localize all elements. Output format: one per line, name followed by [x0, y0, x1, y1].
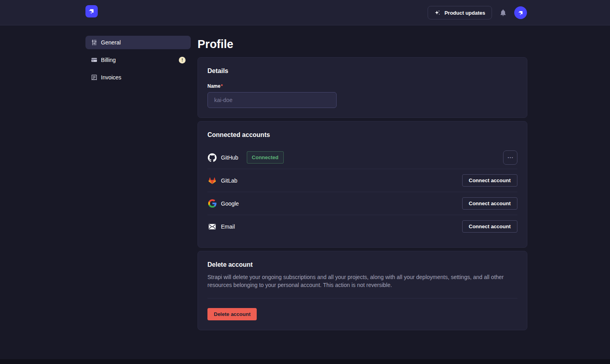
page-title: Profile	[198, 37, 527, 51]
user-avatar[interactable]	[514, 6, 527, 19]
bell-icon	[499, 9, 507, 17]
strapi-logo-icon	[88, 8, 95, 15]
sliders-icon	[91, 39, 97, 46]
google-icon	[207, 199, 217, 208]
required-marker: *	[221, 83, 223, 89]
name-input[interactable]	[207, 92, 337, 108]
settings-sidebar: General Billing ! Invoices	[85, 36, 191, 88]
connected-accounts-card: Connected accounts GitHub Connected ⋯	[198, 121, 527, 248]
receipt-icon	[91, 74, 97, 81]
divider	[207, 298, 517, 299]
sparkles-icon	[434, 10, 441, 16]
delete-account-heading: Delete account	[207, 261, 517, 268]
sidebar-item-general[interactable]: General	[85, 36, 191, 49]
strapi-logo[interactable]	[85, 5, 98, 17]
gitlab-connect-button[interactable]: Connect account	[462, 174, 517, 187]
provider-name: Google	[221, 200, 239, 207]
email-connect-button[interactable]: Connect account	[462, 220, 517, 233]
sidebar-item-label: Billing	[101, 57, 116, 63]
github-more-button[interactable]: ⋯	[503, 150, 517, 165]
details-heading: Details	[207, 67, 517, 75]
account-row-email: Email Connect account	[207, 215, 517, 238]
topbar-actions: Product updates	[428, 0, 527, 25]
sidebar-item-invoices[interactable]: Invoices	[85, 71, 191, 84]
name-field-label: Name*	[207, 83, 517, 89]
notifications-button[interactable]	[499, 8, 507, 17]
sidebar-item-label: General	[101, 39, 121, 46]
github-icon	[207, 153, 217, 162]
provider-name: Email	[221, 223, 235, 230]
provider-name: GitLab	[221, 177, 237, 184]
details-card: Details Name*	[198, 57, 527, 118]
connected-accounts-heading: Connected accounts	[207, 131, 517, 139]
google-connect-button[interactable]: Connect account	[462, 197, 517, 210]
account-row-google: Google Connect account	[207, 192, 517, 215]
topbar: Product updates	[0, 0, 610, 25]
product-updates-button[interactable]: Product updates	[428, 6, 492, 19]
strapi-logo-icon	[517, 10, 524, 16]
product-updates-label: Product updates	[444, 10, 485, 16]
sidebar-item-billing[interactable]: Billing !	[85, 53, 191, 67]
email-icon	[207, 222, 217, 231]
main-content: Profile Details Name* Connected accounts…	[198, 25, 527, 330]
account-row-gitlab: GitLab Connect account	[207, 169, 517, 192]
delete-account-description: Strapi will delete your ongoing subscrip…	[207, 273, 517, 289]
provider-name: GitHub	[221, 154, 238, 161]
delete-account-card: Delete account Strapi will delete your o…	[198, 251, 527, 330]
sidebar-item-label: Invoices	[101, 74, 121, 81]
gitlab-icon	[207, 176, 217, 185]
bottom-edge	[0, 359, 610, 364]
credit-card-icon	[91, 57, 97, 64]
account-row-github: GitHub Connected ⋯	[207, 146, 517, 169]
billing-warning-badge: !	[179, 57, 186, 64]
delete-account-button[interactable]: Delete account	[207, 308, 257, 320]
connected-status-badge: Connected	[247, 151, 284, 164]
connected-accounts-list: GitHub Connected ⋯	[207, 146, 517, 238]
